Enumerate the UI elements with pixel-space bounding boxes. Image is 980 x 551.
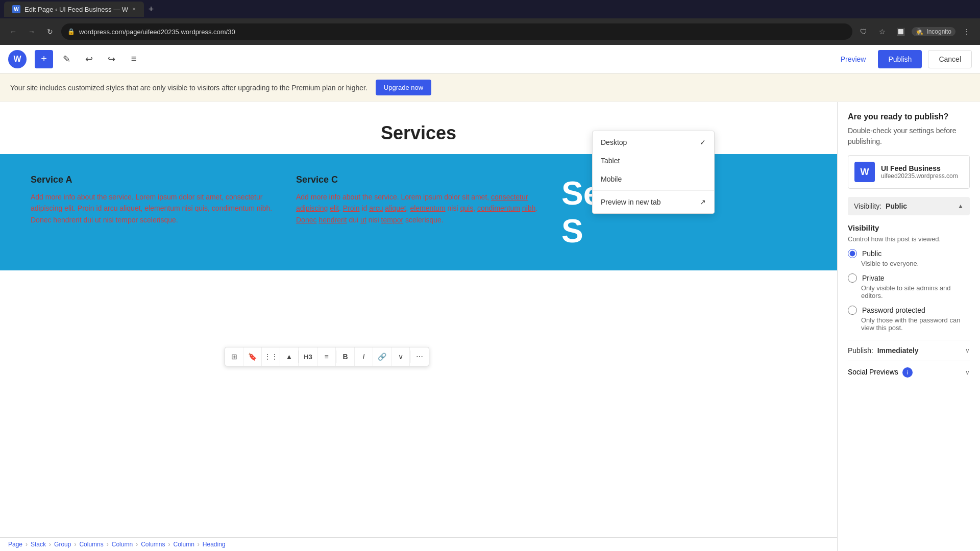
breadcrumb-heading[interactable]: Heading	[203, 541, 226, 548]
incognito-label: Incognito	[926, 28, 951, 35]
publish-button[interactable]: Publish	[878, 50, 922, 68]
social-previews-label: Social Previews i	[848, 367, 913, 378]
site-details: UI Feed Business uifeed20235.wordpress.c…	[881, 164, 958, 180]
browser-nav: ← → ↻ 🔒 wordpress.com/page/uifeed20235.w…	[0, 18, 980, 45]
preview-dropdown: Desktop ✓ Tablet Mobile Preview in new t…	[592, 131, 715, 214]
preview-new-tab-label: Preview in new tab	[601, 198, 661, 206]
columns-view-button[interactable]: ⊞	[225, 347, 243, 366]
visibility-section: Visibility Control how this post is view…	[848, 223, 970, 332]
breadcrumb-columns-2[interactable]: Columns	[141, 541, 165, 548]
private-radio-label[interactable]: Private	[848, 273, 970, 283]
tab-close-btn[interactable]: ×	[132, 6, 136, 13]
move-up-button[interactable]: ▲	[280, 347, 299, 366]
italic-button[interactable]: I	[355, 347, 373, 366]
preview-tablet-item[interactable]: Tablet	[593, 152, 714, 170]
menu-button[interactable]: ≡	[125, 50, 143, 68]
add-icon: +	[41, 53, 47, 65]
add-block-button[interactable]: +	[35, 50, 53, 68]
more-options-icon[interactable]: ⋮	[960, 24, 974, 39]
preview-mobile-item[interactable]: Mobile	[593, 170, 714, 188]
public-radio-input[interactable]	[848, 249, 857, 258]
link-button[interactable]: 🔗	[373, 347, 391, 366]
extensions-icon[interactable]: 🔲	[893, 24, 908, 39]
publish-panel-title: Are you ready to publish?	[848, 112, 970, 121]
upgrade-now-button[interactable]: Upgrade now	[376, 80, 431, 95]
reload-button[interactable]: ↻	[43, 24, 57, 39]
redo-button[interactable]: ↪	[102, 50, 120, 68]
password-label-text: Password protected	[862, 306, 925, 314]
preview-mobile-label: Mobile	[601, 175, 622, 183]
bookmark-button[interactable]: 🔖	[243, 347, 262, 366]
visibility-label: Visibility: Public	[854, 202, 907, 210]
star-icon[interactable]: ☆	[875, 24, 889, 39]
breadcrumb-sep-6: ›	[168, 541, 170, 548]
forward-button[interactable]: →	[24, 24, 39, 39]
visibility-row[interactable]: Visibility: Public ▲	[848, 197, 970, 215]
grid-button[interactable]: ⋮⋮	[262, 347, 280, 366]
tab-title: Edit Page ‹ UI Feed Business — W	[24, 6, 128, 13]
service-c-col: Service C Add more info about the servic…	[296, 174, 541, 250]
publish-panel: Are you ready to publish? Double-check y…	[837, 102, 980, 551]
big-service-s: S	[561, 212, 806, 250]
publish-immediately-row[interactable]: Publish: Immediately ∨	[848, 340, 970, 361]
site-info: W UI Feed Business uifeed20235.wordpress…	[848, 155, 970, 189]
browser-tabs: W Edit Page ‹ UI Feed Business — W × +	[0, 0, 980, 18]
social-previews-chevron-icon: ∨	[965, 369, 970, 376]
publish-subtitle: Double-check your settings before publis…	[848, 126, 970, 147]
address-bar[interactable]: 🔒 wordpress.com/page/uifeed20235.wordpre…	[61, 23, 852, 40]
password-radio-label[interactable]: Password protected	[848, 306, 970, 315]
edit-button[interactable]: ✎	[57, 50, 76, 68]
incognito-badge: 🕵 Incognito	[912, 27, 955, 36]
breadcrumb-column-2[interactable]: Column	[173, 541, 194, 548]
preview-button[interactable]: Preview	[832, 51, 874, 67]
public-desc: Visible to everyone.	[861, 260, 970, 267]
site-logo: W	[854, 162, 875, 182]
password-radio-input[interactable]	[848, 306, 857, 315]
preview-desktop-item[interactable]: Desktop ✓	[593, 133, 714, 152]
editor-content-area: Services Service A Add more info about t…	[0, 102, 980, 551]
visibility-desc: Control how this post is viewed.	[848, 235, 970, 243]
more-button[interactable]: ⋯	[410, 347, 429, 366]
breadcrumb-stack[interactable]: Stack	[31, 541, 46, 548]
social-previews-row[interactable]: Social Previews i ∨	[848, 361, 970, 384]
visibility-chevron-icon: ▲	[958, 203, 964, 210]
back-button[interactable]: ←	[6, 24, 20, 39]
cancel-button[interactable]: Cancel	[928, 50, 972, 68]
h3-button[interactable]: H3	[299, 347, 317, 366]
service-a-title: Service A	[31, 174, 276, 185]
external-link-icon: ↗	[700, 198, 706, 206]
preview-desktop-label: Desktop	[601, 138, 627, 146]
breadcrumb-sep-1: ›	[26, 541, 28, 548]
social-icon: i	[902, 367, 913, 378]
private-desc: Only visible to site admins and editors.	[861, 284, 970, 299]
block-toolbar: ⊞ 🔖 ⋮⋮ ▲ H3 ≡ B I 🔗 ∨ ⋯	[225, 347, 429, 366]
undo-button[interactable]: ↩	[80, 50, 98, 68]
breadcrumb-group[interactable]: Group	[54, 541, 71, 548]
bold-button[interactable]: B	[336, 347, 355, 366]
lock-icon: 🔒	[67, 28, 75, 35]
editor-canvas: Services Service A Add more info about t…	[0, 102, 837, 551]
public-radio-label[interactable]: Public	[848, 249, 970, 258]
shield-icon[interactable]: 🛡	[856, 24, 871, 39]
site-url: uifeed20235.wordpress.com	[881, 172, 958, 180]
expand-button[interactable]: ∨	[391, 347, 410, 366]
breadcrumb-columns[interactable]: Columns	[79, 541, 103, 548]
service-c-text: Add more info about the service. Lorem i…	[296, 191, 541, 226]
breadcrumb: Page › Stack › Group › Columns › Column …	[0, 537, 837, 551]
active-tab[interactable]: W Edit Page ‹ UI Feed Business — W ×	[4, 2, 144, 17]
publish-chevron-icon: ∨	[965, 347, 970, 354]
breadcrumb-column[interactable]: Column	[112, 541, 133, 548]
private-label-text: Private	[862, 274, 885, 282]
preview-new-tab-item[interactable]: Preview in new tab ↗	[593, 193, 714, 211]
publish-immediately-value: Immediately	[877, 346, 919, 355]
wp-toolbar: W + ✎ ↩ ↪ ≡ Preview Publish Cancel	[0, 45, 980, 73]
publish-row-label: Publish: Immediately	[848, 346, 919, 355]
breadcrumb-sep-7: ›	[198, 541, 200, 548]
new-tab-button[interactable]: +	[144, 2, 158, 16]
breadcrumb-sep-3: ›	[74, 541, 76, 548]
align-button[interactable]: ≡	[317, 347, 336, 366]
service-a-col: Service A Add more info about the servic…	[31, 174, 276, 250]
private-radio-input[interactable]	[848, 273, 857, 283]
upgrade-message: Your site includes customized styles tha…	[10, 84, 368, 92]
breadcrumb-page[interactable]: Page	[8, 541, 22, 548]
